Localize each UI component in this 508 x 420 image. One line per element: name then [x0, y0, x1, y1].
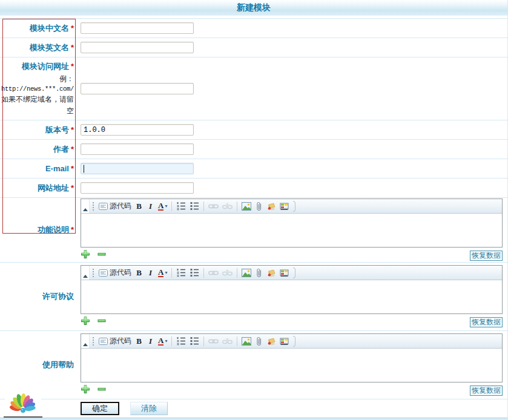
version-input[interactable] [81, 124, 194, 136]
website-input[interactable] [81, 182, 194, 194]
table-color-button[interactable] [279, 267, 291, 278]
restore-data-button[interactable]: 恢复数据 [470, 317, 503, 327]
attachment-button[interactable] [254, 267, 264, 278]
editor-content-area[interactable] [81, 280, 502, 313]
remove-editor-button[interactable] [97, 249, 107, 261]
table-color-button[interactable] [279, 201, 291, 212]
toolbar-collapse-button[interactable] [81, 334, 89, 348]
editor-content-area[interactable] [81, 214, 502, 247]
font-color-button[interactable]: A ▾ [157, 336, 168, 347]
link-icon [208, 269, 219, 277]
paperclip-icon [256, 202, 262, 211]
minus-icon [97, 384, 107, 394]
page-bottom-strip [0, 418, 507, 420]
editor-toolbar: 源代码 B I A ▾ [89, 199, 502, 213]
form-row-email: E-mail* [0, 159, 507, 179]
site-watermark: MBSU.COM [4, 390, 42, 420]
remove-editor-button[interactable] [97, 384, 107, 396]
module-en-input[interactable] [81, 42, 194, 53]
toolbar-drag-handle-icon[interactable] [92, 202, 94, 211]
bold-button[interactable]: B [134, 267, 144, 278]
italic-button[interactable]: I [145, 336, 156, 347]
unlink-button[interactable] [221, 336, 234, 347]
email-label: E-mail* [0, 164, 78, 173]
toolbar-collapse-button[interactable] [81, 266, 89, 280]
collapse-triangle-icon [83, 275, 88, 278]
unlink-icon [222, 203, 233, 210]
toolbar-separator [171, 336, 172, 346]
restore-data-button[interactable]: 恢复数据 [470, 386, 503, 396]
source-code-label: 源代码 [110, 267, 131, 278]
toolbar-separator [237, 202, 237, 211]
attachment-button[interactable] [254, 201, 264, 212]
source-code-button[interactable]: 源代码 [97, 336, 133, 347]
required-marker: * [71, 145, 74, 154]
numbered-list-button[interactable] [175, 336, 187, 347]
source-code-label: 源代码 [110, 201, 131, 211]
form-row-license: 许可协议 源代码 B I A ▾ [0, 263, 507, 331]
insert-image-button[interactable] [240, 267, 252, 278]
link-icon [208, 338, 219, 345]
editor-toolbar: 源代码 B I A ▾ [89, 266, 502, 280]
unlink-button[interactable] [221, 267, 234, 278]
toolbar-drag-handle-icon[interactable] [92, 336, 94, 346]
link-button[interactable] [207, 201, 220, 212]
url-note-text: 如果不绑定域名，请留空 [0, 94, 74, 116]
module-cn-input[interactable] [81, 22, 194, 34]
source-code-button[interactable]: 源代码 [97, 201, 133, 212]
bullet-list-button[interactable] [188, 336, 200, 347]
eraser-icon [266, 202, 276, 211]
required-marker: * [71, 225, 74, 234]
bullet-list-button[interactable] [188, 201, 200, 212]
font-color-button[interactable]: A ▾ [157, 267, 168, 278]
add-editor-button[interactable] [81, 316, 90, 328]
bullet-list-icon [190, 202, 199, 211]
license-label: 许可协议 [0, 291, 78, 302]
font-color-button[interactable]: A ▾ [157, 201, 168, 212]
insert-image-button[interactable] [240, 201, 252, 212]
required-marker: * [71, 125, 74, 134]
source-code-button[interactable]: 源代码 [97, 267, 133, 278]
form-row-website: 网站地址* [0, 179, 507, 198]
link-button[interactable] [207, 267, 220, 278]
add-editor-button[interactable] [81, 249, 90, 261]
restore-data-button[interactable]: 恢复数据 [470, 251, 503, 261]
add-editor-button[interactable] [81, 384, 90, 396]
author-input[interactable] [81, 143, 194, 155]
module-url-input[interactable] [81, 83, 194, 94]
font-color-label: A [158, 202, 163, 211]
link-button[interactable] [207, 336, 220, 347]
numbered-list-icon [176, 268, 186, 277]
link-icon [208, 203, 219, 210]
color-table-icon [280, 202, 289, 211]
plus-icon [81, 384, 90, 394]
email-input[interactable] [81, 163, 194, 174]
remove-format-button[interactable] [265, 201, 277, 212]
dropdown-arrow-icon: ▾ [165, 338, 167, 344]
insert-image-button[interactable] [240, 336, 252, 347]
table-color-button[interactable] [279, 336, 291, 347]
attachment-button[interactable] [254, 336, 264, 347]
dropdown-arrow-icon: ▾ [165, 203, 167, 209]
italic-button[interactable]: I [145, 201, 156, 212]
ok-button[interactable]: 确定 [81, 402, 119, 415]
bold-button[interactable]: B [134, 201, 144, 212]
clear-button[interactable]: 清除 [130, 402, 168, 415]
remove-format-button[interactable] [265, 336, 277, 347]
toolbar-separator [171, 202, 172, 211]
numbered-list-button[interactable] [175, 267, 187, 278]
form-row-module-cn: 模块中文名* [0, 19, 507, 38]
bold-button[interactable]: B [134, 336, 144, 347]
remove-editor-button[interactable] [97, 316, 107, 328]
required-marker: * [71, 183, 74, 192]
remove-format-button[interactable] [265, 267, 277, 278]
numbered-list-button[interactable] [175, 201, 187, 212]
plus-icon [81, 249, 90, 259]
bullet-list-button[interactable] [188, 267, 200, 278]
toolbar-drag-handle-icon[interactable] [92, 268, 94, 278]
editor-content-area[interactable] [81, 349, 502, 382]
numbered-list-icon [176, 202, 186, 211]
toolbar-collapse-button[interactable] [81, 199, 89, 213]
unlink-button[interactable] [221, 201, 234, 212]
italic-button[interactable]: I [145, 267, 156, 278]
